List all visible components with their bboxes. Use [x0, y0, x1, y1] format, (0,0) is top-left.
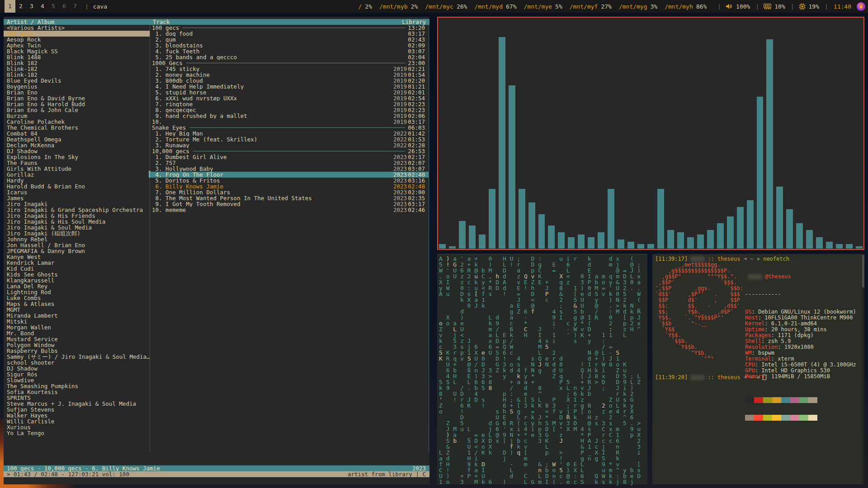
- workspace-5[interactable]: 5: [48, 0, 59, 13]
- header-track: Track: [150, 19, 402, 25]
- prompt-timestamp: [11:39:20]: [655, 374, 688, 380]
- prompt-host: :: theseus: [708, 374, 740, 380]
- workspace-4[interactable]: 4: [37, 0, 48, 13]
- memory-indicator[interactable]: 10%: [764, 3, 785, 10]
- track-list: 100 gecs13:20 1. dog food03:17 2. gum02:…: [150, 25, 429, 213]
- album-header-row[interactable]: Snake Eyes06:03: [150, 125, 429, 131]
- track-row[interactable]: 1. Dumbest Girl Alive202302:17: [150, 154, 429, 160]
- track-row[interactable]: 1. 745 sticky201902:21: [150, 66, 429, 72]
- track-row[interactable]: 10. mememe202302:46: [150, 207, 429, 213]
- mount-usage: /mnt/myb2%: [379, 3, 418, 10]
- cpu-indicator[interactable]: 19%: [799, 3, 819, 10]
- volume-indicator[interactable]: 100%: [726, 3, 750, 10]
- track-row[interactable]: 4. I Need Help Immediately201901:21: [150, 84, 429, 89]
- palette-swatch: [799, 397, 808, 403]
- album-header-row[interactable]: 100 gecs13:20: [150, 25, 429, 31]
- palette-swatch: [790, 397, 799, 403]
- cava-bar: [766, 39, 773, 249]
- track-row[interactable]: 3. bloodstains02:09: [150, 42, 429, 48]
- artist-row[interactable]: Maps & Atlases: [4, 301, 150, 307]
- redacted-blur: [690, 257, 705, 262]
- cava-bar: [687, 237, 694, 249]
- workspace-2[interactable]: 2: [15, 0, 26, 13]
- track-row[interactable]: 2. 757202302:07: [150, 160, 429, 166]
- cava-visualizer-window[interactable]: [437, 17, 864, 250]
- palette-swatch: [745, 397, 754, 403]
- track-pane-right-rule: [429, 25, 429, 453]
- cpu-chip-icon: [799, 3, 806, 10]
- palette-swatch: [763, 415, 772, 421]
- track-row[interactable]: 4. fuck Teeth03:07: [150, 48, 429, 54]
- cava-bar: [776, 187, 783, 249]
- palette-swatch: [808, 397, 817, 403]
- track-row[interactable]: 9. hand crushed by a mallet201902:06: [150, 113, 429, 119]
- terminal-scrollbar[interactable]: [862, 254, 864, 484]
- track-row[interactable]: 8. The Most Wanted Person In The United …: [150, 195, 429, 201]
- track-row-selected[interactable]: 4. Frog On The Floor202302:40: [150, 172, 429, 178]
- artist-row[interactable]: Yo La Tengo: [4, 430, 150, 436]
- track-row[interactable]: 3. 800db cloud201902:20: [150, 78, 429, 84]
- clock: 11:40: [834, 3, 851, 10]
- matrix-rain-window[interactable]: A ) a ' a + 0 H U ; D : u i r k d x ( 5 …: [437, 254, 647, 484]
- mount-usage: /mnt/myg3%: [619, 3, 657, 10]
- cava-bar: [439, 244, 446, 249]
- workspace-3[interactable]: 3: [26, 0, 37, 13]
- track-row[interactable]: 1. dog food03:17: [150, 31, 429, 37]
- track-row[interactable]: 2. money machine201901:54: [150, 72, 429, 78]
- system-info-panel: @theseus ----------- OS: Debian GNU/Linu…: [745, 262, 856, 432]
- shell-prompt-idle[interactable]: [11:39:20]:: theseus ➜ ~ »: [655, 375, 766, 380]
- track-row[interactable]: 5. Doritos & Fritos202303:16: [150, 178, 429, 183]
- track-row[interactable]: 6. xXXi_wud_nvrstøp_ÜXXx201902:54: [150, 95, 429, 101]
- bar-separator: |: [755, 3, 759, 10]
- redacted-blur: [748, 274, 762, 279]
- redacted-blur: [690, 375, 705, 380]
- track-row[interactable]: 7. One Million Dollars202302:00: [150, 189, 429, 195]
- artist-row[interactable]: Gorillaz: [4, 172, 150, 178]
- cava-bar: [558, 232, 565, 249]
- album-header-row[interactable]: 1000 Gecs23:00: [150, 60, 429, 66]
- track-row[interactable]: 3. Hollywood Baby202303:07: [150, 166, 429, 172]
- disk-usage-list: /2%/mnt/myb2%/mnt/myc26%/mnt/myd67%/mnt/…: [359, 3, 707, 10]
- bar-separator: |: [791, 3, 794, 10]
- top-status-bar: 1234567 | cava /2%/mnt/myb2%/mnt/myc26%/…: [0, 0, 868, 13]
- track-row[interactable]: 8. gecgecgec201902:23: [150, 107, 429, 113]
- track-row[interactable]: 10. 201903:17: [150, 119, 429, 125]
- cava-bar: [697, 235, 704, 249]
- track-row[interactable]: 2. Torture Me (feat. Skrillex)202201:53: [150, 136, 429, 142]
- track-row[interactable]: 2. gum02:43: [150, 37, 429, 42]
- track-row[interactable]: 5. 25 bands and a geccco02:04: [150, 54, 429, 60]
- cava-bar: [618, 239, 624, 249]
- cava-bar: [846, 244, 853, 249]
- prompt-timestamp: [11:39:17]: [655, 256, 688, 262]
- focused-window-title: cava: [93, 3, 107, 10]
- cava-bar: [836, 244, 843, 249]
- track-row[interactable]: 1. Hey Big Man202201:42: [150, 131, 429, 136]
- palette-swatch: [799, 415, 808, 421]
- cava-bar: [856, 246, 863, 249]
- music-player-window[interactable]: Artist / Album Track Library <Various Ar…: [4, 17, 429, 484]
- palette-swatch: [808, 415, 817, 421]
- artist-row[interactable]: Icarus: [4, 189, 150, 195]
- command-text: neofetch: [763, 256, 789, 262]
- track-row[interactable]: 5. stupid horse201902:01: [150, 89, 429, 95]
- track-row[interactable]: 7. ringtone201902:23: [150, 101, 429, 107]
- workspace-7[interactable]: 7: [70, 0, 80, 13]
- scrollbar-thumb[interactable]: [862, 255, 864, 287]
- album-header-row[interactable]: 10,000 gecs26:53: [150, 148, 429, 154]
- track-row-playing[interactable]: 6. Billy Knows Jamie202302:48: [150, 183, 429, 189]
- workspace-6[interactable]: 6: [59, 0, 70, 13]
- track-row[interactable]: 9. I Got My Tooth Removed202303:17: [150, 201, 429, 207]
- volume-value: 100%: [736, 3, 750, 10]
- flame-badge[interactable]: [857, 2, 865, 11]
- palette-swatch: [754, 415, 763, 421]
- player-mode: artist from library | C: [348, 471, 429, 477]
- neofetch-terminal-window[interactable]: [11:39:17]:: theseus ➜ ~ » neofetch _,me…: [652, 254, 864, 484]
- player-progress-bar: > 01:43 / 02:48 - 127:03:21 vol: 100 art…: [4, 471, 429, 477]
- system-info-lines: OS: Debian GNU/Linux 12 (bookworm)Host: …: [745, 309, 856, 380]
- workspace-1[interactable]: 1: [5, 0, 15, 13]
- cava-bar: [647, 244, 654, 249]
- track-row[interactable]: 3. Runaway202202:28: [150, 142, 429, 148]
- prompt-path: ~: [750, 374, 753, 380]
- palette-swatch: [772, 415, 781, 421]
- neofetch-user-host: @theseus: [745, 274, 856, 280]
